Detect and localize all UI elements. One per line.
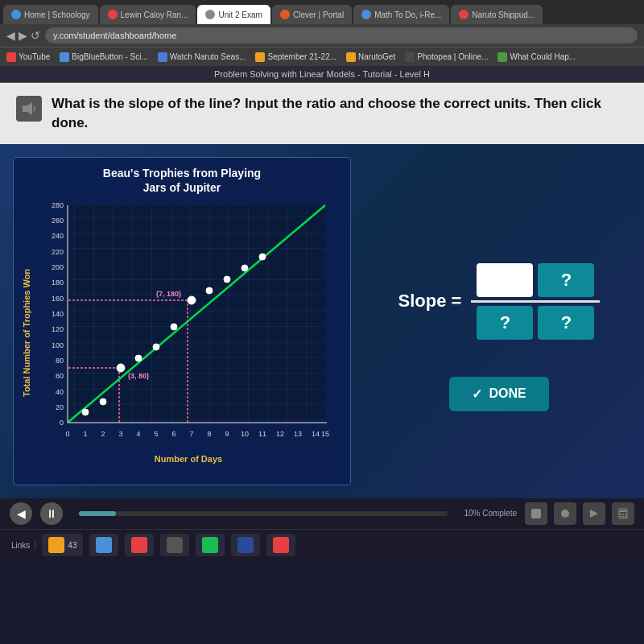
forward-icon[interactable]: ▶	[19, 29, 27, 42]
svg-rect-58	[620, 514, 621, 515]
bookmark-icon-september	[255, 52, 265, 62]
back-icon[interactable]: ◀	[6, 29, 15, 42]
svg-text:(3, 80): (3, 80)	[128, 372, 149, 380]
bookmark-icon-narutoget	[346, 52, 356, 62]
speaker-icon[interactable]	[16, 96, 42, 122]
tab-math[interactable]: Math To Do, i-Re...	[353, 5, 449, 24]
question-area: What is the slope of the line? Input the…	[0, 83, 644, 144]
tool-icon-1[interactable]	[525, 502, 547, 525]
tab-icon-clever	[280, 10, 290, 19]
svg-text:7: 7	[189, 430, 193, 438]
address-bar: ◀ ▶ ↺	[0, 24, 644, 47]
done-button[interactable]: ✓ DONE	[449, 377, 548, 411]
slope-numerator-right-button[interactable]: ?	[538, 263, 594, 297]
taskbar-item-2[interactable]	[125, 534, 154, 556]
svg-rect-63	[625, 516, 626, 518]
taskbar-icon-2	[131, 537, 147, 553]
svg-text:9: 9	[225, 430, 229, 438]
tab-naruto[interactable]: Naruto Shippud...	[451, 5, 543, 24]
tab-icon-naruto	[459, 10, 469, 19]
tool-icon-3[interactable]	[583, 502, 605, 525]
bookmark-september[interactable]: September 21-22...	[255, 52, 336, 62]
svg-rect-54	[531, 509, 541, 518]
slope-divider	[471, 300, 600, 303]
reload-icon[interactable]: ↺	[31, 29, 40, 42]
tab-unit2[interactable]: Unit 2 Exam	[197, 5, 270, 24]
svg-point-43	[153, 344, 159, 350]
tool-icon-calculator[interactable]	[612, 502, 634, 525]
svg-text:200: 200	[52, 263, 64, 271]
svg-text:12: 12	[276, 430, 284, 438]
back-nav-button[interactable]: ◀	[10, 502, 32, 525]
bookmark-youtube[interactable]: YouTube	[6, 52, 50, 62]
svg-text:10: 10	[241, 430, 249, 438]
svg-text:140: 140	[52, 310, 64, 318]
bookmark-icon-what-could	[497, 52, 507, 62]
taskbar-item-4[interactable]	[196, 534, 225, 556]
svg-text:5: 5	[154, 430, 158, 438]
bookmarks-bar: YouTube BigBlueButton - Sci... Watch Nar…	[0, 47, 644, 66]
svg-rect-62	[622, 516, 624, 518]
svg-text:80: 80	[56, 357, 64, 365]
slope-numerator-left-button[interactable]	[477, 263, 533, 297]
svg-text:280: 280	[52, 201, 64, 209]
bookmark-bigblue[interactable]: BigBlueButton - Sci...	[60, 52, 148, 62]
tab-clever[interactable]: Clever | Portal	[272, 5, 352, 24]
taskbar-item-6[interactable]	[266, 534, 295, 556]
bookmark-icon-youtube	[6, 52, 16, 62]
svg-point-40	[100, 398, 106, 405]
slope-denominator-left-button[interactable]: ?	[477, 306, 533, 340]
svg-text:11: 11	[258, 430, 266, 438]
svg-text:14: 14	[312, 430, 320, 438]
svg-text:120: 120	[52, 325, 64, 333]
taskbar-icon-4	[202, 537, 218, 553]
bookmark-photopea[interactable]: Photopea | Online...	[405, 52, 488, 62]
svg-text:4: 4	[136, 430, 140, 438]
pause-button[interactable]: ⏸	[40, 502, 63, 525]
svg-text:13: 13	[294, 430, 302, 438]
slope-denominator-row: ? ?	[477, 306, 594, 340]
slope-denominator-right-button[interactable]: ?	[538, 306, 594, 340]
svg-point-41	[117, 364, 125, 372]
taskbar-icon-5	[237, 537, 254, 553]
svg-rect-60	[625, 514, 626, 515]
svg-text:20: 20	[56, 403, 64, 411]
taskbar-item-1[interactable]	[89, 534, 118, 556]
tab-bar: Home | Schoology Lewin Caloy Ran... Unit…	[0, 0, 644, 24]
bookmark-what-could[interactable]: What Could Hap...	[497, 52, 576, 62]
taskbar-item-0[interactable]: 43	[42, 534, 83, 556]
links-label: Links	[6, 541, 35, 550]
svg-text:180: 180	[52, 279, 64, 287]
svg-text:240: 240	[52, 232, 64, 240]
tab-icon-math	[361, 10, 371, 19]
bookmark-narutoget[interactable]: NarutoGet	[346, 52, 395, 62]
content-area: Beau's Trophies from Playing Jars of Jup…	[0, 144, 644, 498]
progress-fill	[79, 511, 116, 516]
slope-controls: Slope = ? ? ?	[367, 157, 631, 485]
tab-icon-unit2	[205, 10, 215, 19]
svg-rect-61	[620, 516, 621, 518]
browser-chrome: Home | Schoology Lewin Caloy Ran... Unit…	[0, 0, 644, 66]
svg-text:160: 160	[52, 295, 64, 303]
x-axis-label: Number of Days	[35, 454, 342, 464]
bookmark-naruto-watch[interactable]: Watch Naruto Seas...	[158, 52, 246, 62]
tab-lewin[interactable]: Lewin Caloy Ran...	[100, 5, 196, 24]
tab-schoology[interactable]: Home | Schoology	[3, 5, 98, 24]
bookmark-icon-naruto-watch	[158, 52, 167, 62]
tab-icon-schoology	[11, 10, 21, 19]
y-axis-label: Total Number of Trophies Won	[22, 201, 31, 464]
tool-icon-2[interactable]	[554, 502, 576, 525]
taskbar-item-3[interactable]	[160, 534, 189, 556]
address-input[interactable]	[45, 27, 638, 43]
svg-point-55	[561, 510, 569, 518]
svg-text:220: 220	[52, 248, 64, 256]
svg-text:40: 40	[56, 388, 64, 396]
nav-buttons: ◀ ▶ ↺	[6, 29, 40, 42]
svg-text:0: 0	[65, 430, 69, 438]
svg-text:6: 6	[171, 430, 175, 438]
chart-svg-container: 0 20 40 60 80 100 120 140 160 180 200 22…	[35, 201, 342, 451]
svg-point-39	[82, 409, 89, 415]
taskbar-item-5[interactable]	[231, 534, 260, 556]
chart-title: Beau's Trophies from Playing Jars of Jup…	[22, 166, 342, 195]
svg-text:8: 8	[207, 430, 211, 438]
